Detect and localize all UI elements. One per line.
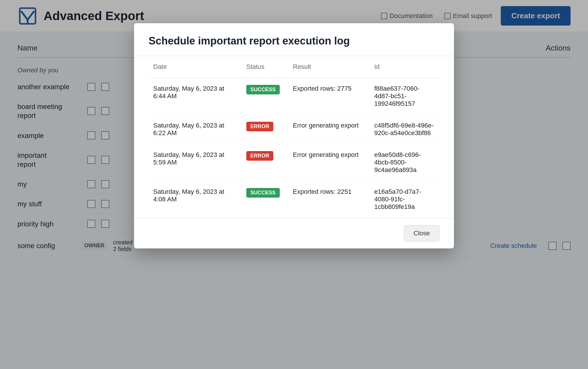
table-header-row: Date Status Result Id	[149, 56, 439, 78]
modal-footer: Close	[134, 218, 454, 248]
status-badge: ERROR	[246, 151, 273, 161]
cell-id: e9ae50d8-c696-4bcb-8500-9c4ae96a893a	[370, 144, 439, 181]
status-badge: SUCCESS	[246, 188, 280, 198]
close-button[interactable]: Close	[404, 225, 439, 241]
modal-title: Schedule important report execution log	[149, 35, 439, 47]
cell-date: Saturday, May 6, 2023 at 6:22 AM	[149, 115, 242, 144]
modal-body: Date Status Result Id Saturday, May 6, 2…	[134, 56, 454, 218]
cell-status: SUCCESS	[242, 181, 288, 218]
cell-result: Error generating export	[288, 115, 370, 144]
cell-id: e16a5a70-d7a7-4080-91fc-1cbb809fe19a	[370, 181, 439, 218]
table-row: Saturday, May 6, 2023 at 4:08 AM SUCCESS…	[149, 181, 439, 218]
execution-log-table: Date Status Result Id Saturday, May 6, 2…	[149, 56, 439, 218]
table-row: Saturday, May 6, 2023 at 6:44 AM SUCCESS…	[149, 78, 439, 115]
cell-result: Exported rows: 2775	[288, 78, 370, 115]
cell-id: c48f5df6-69e8-496e-920c-a54e0ce3bf86	[370, 115, 439, 144]
status-badge: ERROR	[246, 122, 273, 131]
modal-overlay: Schedule important report execution log …	[0, 0, 588, 369]
cell-date: Saturday, May 6, 2023 at 5:59 AM	[149, 144, 242, 181]
execution-log-modal: Schedule important report execution log …	[134, 23, 454, 248]
cell-status: ERROR	[242, 115, 288, 144]
cell-result: Error generating export	[288, 144, 370, 181]
col-id-header: Id	[370, 56, 439, 78]
col-date-header: Date	[149, 56, 242, 78]
table-row: Saturday, May 6, 2023 at 5:59 AM ERROR E…	[149, 144, 439, 181]
table-row: Saturday, May 6, 2023 at 6:22 AM ERROR E…	[149, 115, 439, 144]
modal-header: Schedule important report execution log	[134, 23, 454, 56]
cell-status: ERROR	[242, 144, 288, 181]
cell-date: Saturday, May 6, 2023 at 4:08 AM	[149, 181, 242, 218]
cell-date: Saturday, May 6, 2023 at 6:44 AM	[149, 78, 242, 115]
cell-result: Exported rows: 2251	[288, 181, 370, 218]
cell-id: f88ae637-7060-4d87-bc51-199246f95157	[370, 78, 439, 115]
cell-status: SUCCESS	[242, 78, 288, 115]
status-badge: SUCCESS	[246, 85, 280, 94]
col-result-header: Result	[288, 56, 370, 78]
col-status-header: Status	[242, 56, 288, 78]
